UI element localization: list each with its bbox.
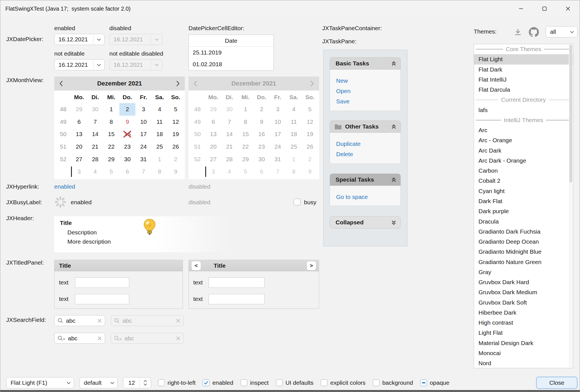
calendar-day[interactable]: 6: [71, 116, 87, 128]
expand-chevron-icon[interactable]: [391, 220, 397, 225]
calendar-day[interactable]: 17: [135, 128, 152, 141]
calendar-day[interactable]: 1: [103, 103, 119, 116]
calendar-day[interactable]: 29: [103, 153, 119, 165]
checkbox-enabled[interactable]: enabled: [203, 379, 233, 386]
calendar-day[interactable]: 4: [87, 165, 103, 178]
theme-item-flat-intellij[interactable]: Flat IntelliJ: [474, 75, 573, 85]
theme-item-arc-orange[interactable]: Arc - Orange: [474, 135, 573, 145]
checkbox-right-to-left[interactable]: right-to-left: [158, 379, 195, 386]
checkbox-box[interactable]: [241, 379, 247, 386]
calendar-day[interactable]: 4: [152, 103, 168, 116]
checkbox-box[interactable]: [373, 379, 379, 386]
theme-item-carbon[interactable]: Carbon: [474, 166, 573, 176]
calendar-day[interactable]: 18: [152, 128, 168, 141]
github-icon[interactable]: [529, 27, 539, 37]
theme-item-gradianto-dark-fuchsia[interactable]: Gradianto Dark Fuchsia: [474, 227, 573, 237]
checkbox-ui-defaults[interactable]: UI defaults: [276, 379, 313, 386]
calendar-day[interactable]: 9: [168, 165, 184, 178]
next-month-button[interactable]: [176, 80, 180, 87]
busy-checkbox[interactable]: [294, 199, 300, 205]
calendar-day[interactable]: 5: [103, 165, 119, 178]
calendar-day[interactable]: 13: [71, 128, 87, 141]
calendar-day[interactable]: 7: [87, 116, 103, 128]
scrollbar-track[interactable]: [569, 44, 573, 368]
calendar-day[interactable]: 28: [87, 153, 103, 165]
checkbox-background[interactable]: background: [373, 379, 413, 386]
theme-item-cyan-light[interactable]: Cyan light: [474, 186, 573, 196]
task-link-go-to-space[interactable]: Go to space: [336, 192, 400, 202]
theme-item-monocai[interactable]: Monocai: [474, 348, 573, 358]
checkbox-opaque[interactable]: opaque: [420, 379, 449, 386]
clear-icon[interactable]: [97, 318, 102, 323]
calendar-day[interactable]: 11: [152, 116, 168, 128]
maximize-button[interactable]: [533, 0, 556, 17]
calendar-day[interactable]: 6: [119, 165, 136, 178]
prev-month-button[interactable]: [59, 80, 63, 87]
theme-item-gradianto-nature-green[interactable]: Gradianto Nature Green: [474, 257, 573, 267]
date-picker-value[interactable]: 16.12.2021: [55, 34, 93, 45]
theme-item-gruvbox-dark-hard[interactable]: Gruvbox Dark Hard: [474, 277, 573, 287]
theme-item-light-flat[interactable]: Light Flat: [474, 328, 573, 338]
calendar-day[interactable]: 30: [119, 153, 136, 165]
task-link-new[interactable]: New: [336, 75, 400, 86]
checkbox-box[interactable]: [203, 379, 209, 386]
theme-item-dark-flat[interactable]: Dark Flat: [474, 196, 573, 206]
theme-item-arc-dark-orange[interactable]: Arc Dark - Orange: [474, 156, 573, 166]
calendar-day[interactable]: 5: [168, 103, 184, 116]
calendar-day[interactable]: 14: [87, 128, 103, 141]
calendar-day[interactable]: 2: [119, 103, 136, 116]
calendar-day[interactable]: 27: [71, 153, 87, 165]
theme-item-nord[interactable]: Nord: [474, 358, 573, 368]
spinner-buttons[interactable]: [140, 377, 151, 388]
checkbox-box[interactable]: [276, 379, 283, 386]
laf-combobox[interactable]: Flat Light (F1): [6, 377, 74, 388]
theme-item-flat-dark[interactable]: Flat Dark: [474, 65, 573, 75]
collapse-chevron-icon[interactable]: [391, 177, 397, 182]
task-link-open[interactable]: Open: [336, 86, 400, 96]
task-link-save[interactable]: Save: [336, 96, 400, 106]
calendar-day[interactable]: 30: [87, 103, 103, 116]
calendar-day[interactable]: 8: [152, 165, 168, 178]
checkbox-box[interactable]: [321, 379, 327, 386]
checkbox-explicit-colors[interactable]: explicit colors: [321, 379, 366, 386]
scrollbar-thumb[interactable]: [569, 45, 572, 182]
minimize-button[interactable]: [509, 0, 533, 17]
theme-item-dracula[interactable]: Dracula: [474, 217, 573, 227]
calendar-day[interactable]: 31: [135, 153, 152, 165]
calendar-day[interactable]: 3: [135, 103, 152, 116]
taskpane-header-basic-tasks[interactable]: Basic Tasks: [330, 57, 401, 70]
date-picker-arrow-button[interactable]: [93, 60, 104, 70]
close-button[interactable]: Close: [536, 377, 577, 389]
table-row[interactable]: 25.11.2019: [189, 47, 274, 58]
calendar-day[interactable]: 29: [71, 103, 87, 116]
calendar-day[interactable]: 7: [135, 165, 152, 178]
close-window-button[interactable]: [556, 0, 580, 17]
text-input[interactable]: [209, 294, 265, 304]
theme-item-gradianto-deep-ocean[interactable]: Gradianto Deep Ocean: [474, 237, 573, 247]
text-input[interactable]: [75, 277, 129, 288]
task-link-duplicate[interactable]: Duplicate: [336, 139, 400, 149]
theme-item-gray[interactable]: Gray: [474, 267, 573, 277]
theme-item-gradianto-midnight-blue[interactable]: Gradianto Midnight Blue: [474, 247, 573, 257]
checkbox-inspect[interactable]: inspect: [241, 379, 269, 386]
task-link-delete[interactable]: Delete: [336, 149, 400, 159]
text-input[interactable]: [75, 294, 129, 304]
calendar-day[interactable]: 16: [119, 128, 136, 141]
theme-item-arc-dark[interactable]: Arc Dark: [474, 146, 573, 156]
search-menu-icon[interactable]: [57, 335, 66, 342]
taskpane-header-collapsed[interactable]: Collapsed: [330, 216, 401, 229]
taskpane-header-special-tasks[interactable]: Special Tasks: [330, 174, 401, 186]
theme-item-material-design-dark[interactable]: Material Design Dark: [474, 338, 573, 348]
calendar-day[interactable]: 2: [168, 153, 184, 165]
calendar-day[interactable]: 25: [152, 141, 168, 153]
search-value[interactable]: abc: [66, 317, 97, 324]
calendar-day[interactable]: 1: [152, 153, 168, 165]
calendar-day[interactable]: 21: [87, 141, 103, 153]
calendar-day[interactable]: 9: [119, 116, 136, 128]
checkbox-box[interactable]: [420, 379, 427, 386]
theme-item-flat-darcula[interactable]: Flat Darcula: [474, 85, 573, 95]
taskpane-header-other-tasks[interactable]: Other Tasks: [330, 120, 401, 133]
download-icon[interactable]: [514, 28, 522, 36]
titled-panel-right-button[interactable]: >: [307, 261, 316, 270]
calendar-day[interactable]: 12: [168, 116, 184, 128]
